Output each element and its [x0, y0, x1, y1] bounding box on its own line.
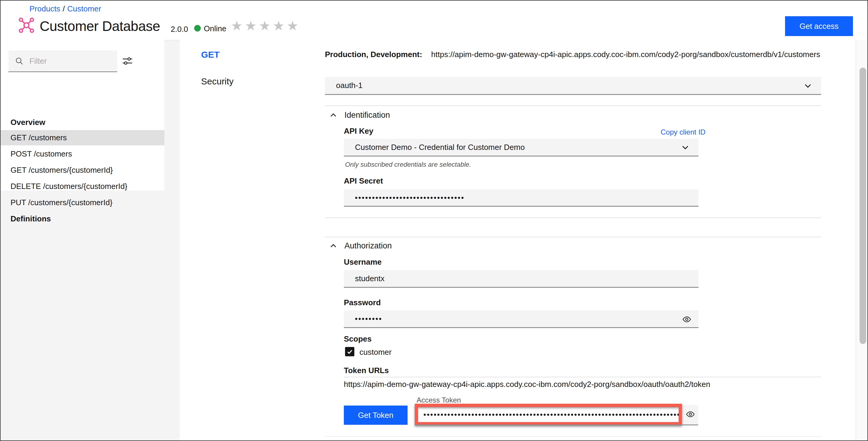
- username-field[interactable]: studentx: [344, 270, 699, 288]
- bottom-divider: [325, 436, 821, 437]
- rating-stars[interactable]: ★★★★★: [231, 18, 301, 33]
- access-token-masked-value: ••••••••••••••••••••••••••••••••••••••••…: [424, 410, 679, 419]
- filter-field[interactable]: [8, 51, 117, 72]
- token-url-value: https://apim-demo-gw-gateway-cp4i-apic.a…: [344, 380, 710, 389]
- access-token-show-eye-icon[interactable]: [685, 409, 695, 419]
- password-field[interactable]: ••••••••: [344, 310, 699, 328]
- chevron-down-icon: [681, 143, 689, 151]
- token-urls-label: Token URLs: [344, 366, 389, 375]
- method-heading: GET: [201, 50, 220, 60]
- password-show-eye-icon[interactable]: [682, 314, 692, 324]
- security-label: Security: [201, 76, 234, 87]
- api-key-helper-text: Only subscribed credentials are selectab…: [345, 161, 471, 168]
- authorization-section-header[interactable]: Authorization: [330, 241, 392, 251]
- vertical-scrollbar-thumb[interactable]: [860, 68, 866, 344]
- breadcrumb-separator: /: [60, 4, 67, 13]
- username-value: studentx: [355, 274, 384, 283]
- username-label: Username: [344, 257, 382, 267]
- app-window: Products/Customer Customer Database 2.0.…: [0, 0, 868, 441]
- section-divider: [325, 218, 821, 218]
- access-token-field-highlighted[interactable]: ••••••••••••••••••••••••••••••••••••••••…: [415, 404, 682, 426]
- security-scheme-value: oauth-1: [336, 81, 363, 90]
- page-header: Products/Customer Customer Database 2.0.…: [1, 1, 867, 40]
- get-token-button[interactable]: Get Token: [344, 406, 408, 425]
- api-secret-label: API Secret: [344, 176, 383, 186]
- api-secret-masked-value: ••••••••••••••••••••••••••••••••: [355, 193, 465, 202]
- identification-section-title: Identification: [344, 111, 390, 120]
- get-access-button[interactable]: Get access: [785, 16, 853, 36]
- scopes-label: Scopes: [344, 334, 372, 344]
- sidebar-nav: Overview GET /customers POST /customers …: [1, 40, 164, 190]
- api-secret-field[interactable]: ••••••••••••••••••••••••••••••••: [344, 189, 699, 207]
- sidebar-item-definitions[interactable]: Definitions: [1, 211, 164, 226]
- breadcrumb: Products/Customer: [29, 4, 101, 13]
- scope-customer-label[interactable]: customer: [360, 348, 392, 357]
- sidebar-item-post-customers[interactable]: POST /customers: [1, 146, 164, 162]
- sidebar-item-get-customer-id[interactable]: GET /customers/{customerId}: [1, 162, 164, 178]
- page-title: Customer Database: [40, 18, 160, 34]
- breadcrumb-customer-link[interactable]: Customer: [67, 4, 101, 13]
- online-status-icon: [194, 25, 201, 32]
- settings-adjust-icon[interactable]: [122, 56, 133, 66]
- search-icon: [14, 56, 24, 66]
- online-status-label: Online: [204, 24, 226, 33]
- collapse-chevron-up-icon[interactable]: [330, 112, 337, 119]
- section-divider: [325, 105, 821, 106]
- sidebar-item-put-customer-id[interactable]: PUT /customers/{customerId}: [1, 195, 164, 210]
- token-urls-underline: [344, 377, 821, 377]
- collapse-chevron-up-icon[interactable]: [330, 242, 337, 250]
- sidebar-item-get-customers[interactable]: GET /customers: [1, 130, 164, 146]
- chevron-down-icon: [804, 82, 812, 90]
- endpoint-url: https://apim-demo-gw-gateway-cp4i-apic.a…: [431, 50, 820, 59]
- scope-customer-checkbox[interactable]: [345, 347, 354, 356]
- section-divider: [325, 237, 821, 237]
- api-product-logo-icon: [18, 17, 35, 34]
- api-key-value: Customer Demo - Credential for Customer …: [355, 143, 525, 152]
- endpoint-label: Production, Development:: [325, 50, 422, 59]
- copy-client-id-link[interactable]: Copy client ID: [661, 128, 705, 136]
- password-masked-value: ••••••••: [355, 315, 382, 323]
- authorization-section-title: Authorization: [344, 241, 392, 251]
- api-version: 2.0.0: [171, 25, 188, 34]
- password-label: Password: [344, 298, 381, 307]
- checkmark-icon: [346, 348, 353, 355]
- filter-input[interactable]: [29, 56, 105, 66]
- breadcrumb-products-link[interactable]: Products: [29, 4, 60, 13]
- sidebar-item-delete-customer-id[interactable]: DELETE /customers/{customerId}: [1, 179, 164, 194]
- api-key-label: API Key: [344, 126, 373, 136]
- access-token-field-underline: [415, 424, 698, 426]
- endpoint-row: Production, Development:https://apim-dem…: [325, 50, 820, 59]
- security-scheme-select[interactable]: oauth-1: [325, 77, 821, 95]
- sidebar-item-overview[interactable]: Overview: [1, 115, 164, 130]
- vertical-scrollbar-track[interactable]: [856, 40, 868, 441]
- identification-section-header[interactable]: Identification: [330, 111, 390, 120]
- api-key-select[interactable]: Customer Demo - Credential for Customer …: [344, 139, 699, 157]
- access-token-label: Access Token: [416, 396, 461, 404]
